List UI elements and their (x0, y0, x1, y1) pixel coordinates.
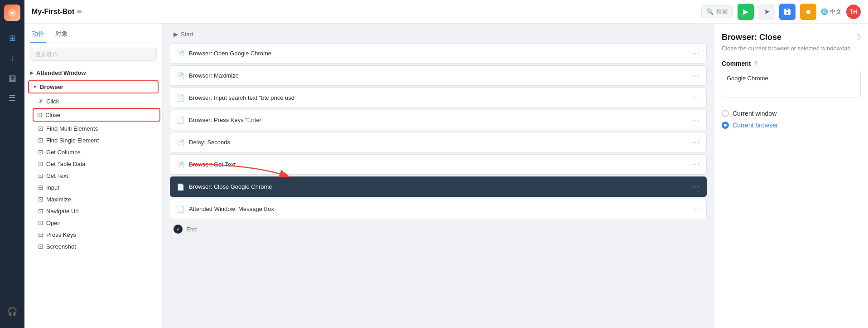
tree-group-attended-window[interactable]: ▶ Attended Window (24, 67, 162, 78)
maximize-icon: ⊡ (38, 196, 43, 203)
step-3-menu[interactable]: ··· (692, 115, 700, 125)
tree-item-get-table[interactable]: ⊡ Get Table Data (31, 158, 162, 170)
edit-icon[interactable]: ✏ (77, 8, 82, 15)
prop-description: Close the current browser or selected wi… (722, 45, 861, 52)
lang-icon: 🌐 (821, 8, 828, 15)
nav-icon-download[interactable]: ↓ (4, 50, 20, 66)
workflow-step-7[interactable]: 📄 Attended Window: Message Box ··· (170, 199, 707, 219)
workflow-step-3[interactable]: 📄 Browser: Press Keys "Enter" ··· (170, 110, 707, 130)
tree-item-navigate[interactable]: ⊡ Navigate Url (31, 205, 162, 217)
panel-search (24, 43, 162, 65)
radio-current-window[interactable]: Current window (722, 110, 861, 117)
comment-section: Comment ? (722, 60, 861, 67)
step-5-label: Browser: Get Text (189, 161, 236, 168)
search-icon: 🔍 (706, 8, 714, 15)
workflow-step-6[interactable]: 📄 Browser: Close Google Chrome ··· (170, 176, 707, 197)
step-4-icon: 📄 (177, 139, 184, 146)
tree-item-maximize[interactable]: ⊡ Maximize (31, 193, 162, 205)
step-6-menu[interactable]: ··· (692, 182, 700, 191)
click-label: Click (46, 98, 59, 105)
get-table-icon: ⊡ (38, 160, 43, 167)
nav-icon-headset[interactable]: 🎧 (4, 304, 20, 320)
workflow-step-1[interactable]: 📄 Browser: Maximize ··· (170, 65, 707, 86)
app-logo[interactable] (4, 5, 20, 21)
workflow-panel: ▶ Start 📄 Browser: Open Google Chrome ··… (163, 24, 714, 328)
chevron-down-icon: ▼ (33, 84, 37, 89)
panel-tabs: 动作 对象 (24, 24, 162, 43)
step-1-icon: 📄 (177, 72, 184, 79)
step-3-label: Browser: Press Keys "Enter" (189, 117, 264, 123)
prop-title-help-icon[interactable]: ? (857, 34, 861, 42)
comment-textarea[interactable]: Google Chrome (722, 71, 861, 98)
save-button[interactable] (779, 4, 796, 20)
workflow-step-5[interactable]: 📄 Browser: Get Text ··· (170, 154, 707, 175)
tree-item-press-keys[interactable]: ⊟ Press Keys (31, 229, 162, 240)
step-0-label: Browser: Open Google Chrome (189, 50, 271, 57)
find-multi-label: Find Multi Elements (46, 125, 98, 132)
screenshot-label: Screenshot (46, 243, 76, 250)
step-7-label: Attended Window: Message Box (189, 206, 274, 212)
nav-icon-chart[interactable]: ▦ (4, 70, 20, 86)
workflow-steps: 📄 Browser: Open Google Chrome ··· 📄 Brow… (170, 43, 707, 219)
step-4-menu[interactable]: ··· (692, 137, 700, 147)
tree-item-screenshot[interactable]: ⊡ Screenshot (31, 240, 162, 252)
step-2-menu[interactable]: ··· (692, 93, 700, 103)
nav-icon-grid[interactable]: ⊞ (4, 30, 20, 46)
lang-button[interactable]: 🌐 中文 (821, 8, 842, 16)
prop-header: Browser: Close ? (722, 33, 861, 42)
navigate-label: Navigate Url (46, 208, 79, 215)
workflow-step-0[interactable]: 📄 Browser: Open Google Chrome ··· (170, 43, 707, 64)
radio-group: Current window Current browser (722, 110, 861, 129)
step-5-icon: 📄 (177, 161, 184, 168)
get-columns-label: Get Columns (46, 149, 81, 156)
tree-item-click[interactable]: ✳ Click (31, 95, 162, 107)
step-5-menu[interactable]: ··· (692, 160, 700, 169)
get-columns-icon: ⊡ (38, 148, 43, 156)
maximize-label: Maximize (46, 196, 71, 203)
click-icon: ✳ (38, 98, 43, 105)
step-7-icon: 📄 (177, 206, 184, 213)
end-check-icon: ✓ (174, 225, 183, 234)
step-7-menu[interactable]: ··· (692, 204, 700, 214)
step-1-menu[interactable]: ··· (692, 71, 700, 80)
search-box[interactable]: 🔍 搜索 (701, 5, 733, 18)
properties-panel: Browser: Close ? Close the current brows… (714, 24, 868, 328)
tree-item-get-text[interactable]: ⊡ Get Text (31, 170, 162, 181)
tree-area: ▶ Attended Window ▼ Browser ✳ Click (24, 65, 162, 328)
navigate-icon: ⊡ (38, 207, 43, 215)
record-button[interactable]: ⏺ (800, 4, 816, 20)
radio-current-browser[interactable]: Current browser (722, 122, 861, 129)
tree-item-find-multi[interactable]: ⊡ Find Multi Elements (31, 122, 162, 134)
step-0-menu[interactable]: ··· (692, 49, 700, 58)
send-button[interactable]: ➤ (758, 4, 775, 20)
avatar[interactable]: TH (846, 5, 861, 19)
bot-name: My-First-Bot (32, 8, 74, 16)
nav-sidebar: ⊞ ↓ ▦ ☰ 🎧 (0, 0, 24, 328)
tree-item-find-single[interactable]: ⊡ Find Single Element (31, 134, 162, 146)
tree-item-get-columns[interactable]: ⊡ Get Columns (31, 146, 162, 158)
close-action-icon: ⊡ (37, 111, 43, 118)
comment-help-icon[interactable]: ? (754, 60, 758, 67)
search-actions-input[interactable] (30, 48, 157, 61)
start-label: Start (181, 31, 193, 38)
tree-item-input[interactable]: ⊟ Input (31, 181, 162, 193)
radio-current-browser-circle (722, 122, 729, 129)
attended-window-label: Attended Window (36, 69, 86, 76)
workflow-header: ▶ Start (170, 31, 707, 38)
tab-objects[interactable]: 对象 (53, 27, 70, 43)
run-button[interactable]: ▶ (738, 4, 754, 20)
nav-icon-docs[interactable]: ☰ (4, 90, 20, 106)
workflow-step-4[interactable]: 📄 Delay: Seconds ··· (170, 132, 707, 152)
workflow-step-2[interactable]: 📄 Browser: Input search text "btc price … (170, 88, 707, 108)
tree-item-open[interactable]: ⊡ Open (31, 217, 162, 229)
step-2-icon: 📄 (177, 94, 184, 102)
step-6-label: Browser: Close Google Chrome (189, 183, 272, 190)
app-header: My-First-Bot ✏ 🔍 搜索 ▶ ➤ ⏺ 🌐 中文 TH (24, 0, 868, 24)
tab-actions[interactable]: 动作 (30, 27, 46, 43)
tree-item-close[interactable]: ⊡ Close (34, 109, 159, 121)
tree-group-browser[interactable]: ▼ Browser (29, 81, 158, 93)
find-single-label: Find Single Element (46, 137, 99, 144)
find-single-icon: ⊡ (38, 137, 43, 144)
input-icon: ⊟ (38, 184, 43, 191)
lang-label: 中文 (830, 8, 842, 16)
